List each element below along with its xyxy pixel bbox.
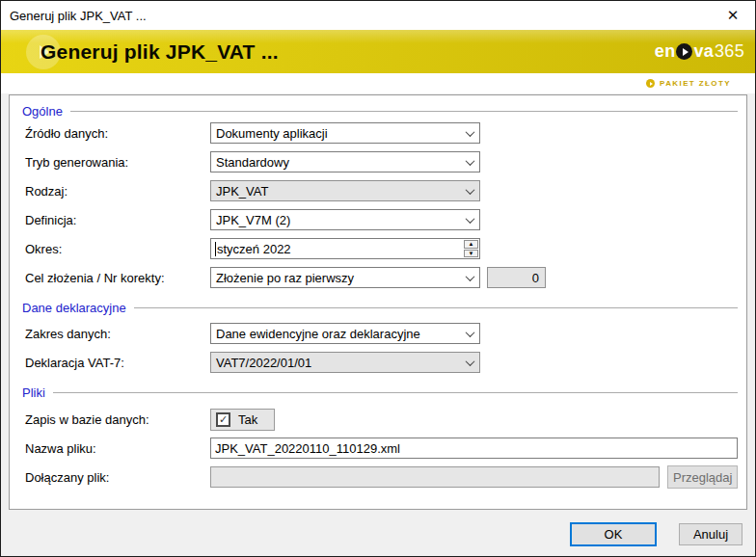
cancel-button[interactable]: Anuluj: [679, 523, 742, 545]
definicja-select[interactable]: JPK_V7M (2): [210, 209, 480, 230]
field-row-rodzaj: Rodzaj: JPK_VAT: [16, 176, 738, 205]
field-label: Nazwa pliku:: [25, 441, 210, 456]
field-row-zrodlo: Źródło danych: Dokumenty aplikacji: [16, 119, 738, 147]
field-label: Rodzaj:: [25, 184, 210, 199]
license-strip: PAKIET ZŁOTY: [1, 73, 755, 93]
chevron-down-icon: [461, 159, 479, 166]
close-icon: ✕: [727, 7, 740, 24]
field-label: Definicja:: [25, 213, 210, 227]
section-dane-deklaracyjne: Dane deklaracyjne: [16, 300, 738, 315]
field-row-deklaracja: Deklaracja VAT-7: VAT7/2022/01/01: [16, 348, 738, 377]
select-value: Dokumenty aplikacji: [216, 126, 328, 141]
select-value: Standardowy: [216, 155, 289, 170]
field-row-tryb: Tryb generowania: Standardowy: [16, 147, 738, 176]
close-button[interactable]: ✕: [711, 1, 755, 30]
check-glyph: ✓: [219, 414, 228, 425]
chevron-down-icon: [461, 331, 479, 337]
section-divider: [53, 392, 738, 393]
select-value: JPK_V7M (2): [216, 213, 290, 227]
select-value: JPK_VAT: [216, 184, 268, 199]
window-title: Generuj plik JPK_VAT ...: [10, 9, 147, 23]
field-label: Tryb generowania:: [25, 155, 210, 170]
field-row-dolaczany: Dołączany plik: Przeglądaj: [16, 463, 738, 491]
chevron-down-icon: [461, 275, 479, 281]
license-badge: PAKIET ZŁOTY: [646, 79, 731, 88]
nazwa-pliku-input[interactable]: [210, 438, 738, 459]
zakres-danych-select[interactable]: Dane ewidencyjne oraz deklaracyjne: [210, 323, 480, 344]
section-ogolne: Ogólne: [16, 103, 738, 119]
banner-title: Generuj plik JPK_VAT ...: [40, 40, 279, 64]
section-title: Pliki: [16, 385, 53, 400]
section-title: Dane deklaracyjne: [16, 301, 134, 315]
footer: OK Anuluj: [1, 510, 755, 556]
field-label: Cel złożenia / Nr korekty:: [25, 271, 210, 285]
field-row-cel: Cel złożenia / Nr korekty: Złożenie po r…: [16, 263, 738, 292]
play-icon: [676, 43, 692, 60]
titlebar: Generuj plik JPK_VAT ... ✕: [1, 1, 755, 30]
spinner-down-button[interactable]: ▼: [464, 250, 478, 258]
chevron-down-icon: [461, 359, 479, 366]
enova365-logo: en va 365: [655, 41, 744, 62]
przegladaj-button: Przeglądaj: [667, 465, 738, 489]
select-value: Dane ewidencyjne oraz deklaracyjne: [216, 327, 420, 341]
section-divider: [134, 307, 738, 308]
field-label: Zapis w bazie danych:: [25, 412, 210, 427]
dolaczany-plik-input: [210, 466, 660, 488]
chevron-down-icon: [461, 188, 479, 195]
chevron-down-icon: [461, 130, 479, 137]
field-label: Dołączany plik:: [25, 470, 210, 485]
field-label: Deklaracja VAT-7:: [25, 356, 210, 370]
logo-365: 365: [715, 41, 744, 62]
cancel-label: Anuluj: [693, 527, 728, 542]
field-row-nazwa: Nazwa pliku:: [16, 434, 738, 463]
ok-button[interactable]: OK: [570, 522, 657, 546]
field-row-zakres: Zakres danych: Dane ewidencyjne oraz dek…: [16, 319, 738, 348]
dialog-window: Generuj plik JPK_VAT ... ✕ Generuj plik …: [0, 0, 756, 557]
deklaracja-vat7-select: VAT7/2022/01/01: [210, 352, 480, 373]
select-value: VAT7/2022/01/01: [216, 356, 311, 370]
field-label: Zakres danych:: [25, 327, 210, 341]
logo-text: en: [655, 41, 676, 62]
checkbox-label: Tak: [238, 412, 257, 427]
section-title: Ogólne: [16, 104, 70, 119]
checkbox-checked-icon[interactable]: ✓: [216, 412, 230, 427]
logo-text: va: [693, 41, 714, 62]
cel-zlozenia-select[interactable]: Złożenie po raz pierwszy: [210, 267, 480, 288]
field-label: Źródło danych:: [25, 126, 210, 141]
zapis-checkbox-group[interactable]: ✓ Tak: [210, 409, 275, 431]
spinner: ▲ ▼: [463, 239, 479, 258]
nr-korekty-field: 0: [487, 267, 546, 288]
przegladaj-label: Przeglądaj: [673, 470, 732, 485]
section-pliki: Pliki: [16, 385, 738, 400]
zrodlo-danych-select[interactable]: Dokumenty aplikacji: [210, 122, 480, 144]
field-row-zapis: Zapis w bazie danych: ✓ Tak: [16, 405, 738, 434]
form-panel: Ogólne Źródło danych: Dokumenty aplikacj…: [9, 94, 747, 510]
play-badge-icon: [646, 79, 655, 88]
section-divider: [70, 111, 738, 112]
license-badge-label: PAKIET ZŁOTY: [660, 79, 731, 88]
ok-label: OK: [605, 527, 623, 542]
okres-input[interactable]: styczeń 2022 ▲ ▼: [210, 238, 480, 259]
rodzaj-select: JPK_VAT: [210, 180, 480, 201]
nr-korekty-value: 0: [532, 271, 539, 285]
okres-value: styczeń 2022: [217, 242, 291, 256]
tryb-generowania-select[interactable]: Standardowy: [210, 151, 480, 172]
select-value: Złożenie po raz pierwszy: [216, 271, 354, 285]
text-caret: [215, 242, 216, 256]
field-label: Okres:: [25, 242, 210, 256]
spinner-up-button[interactable]: ▲: [464, 240, 478, 249]
chevron-down-icon: [461, 217, 479, 224]
banner: Generuj plik JPK_VAT ... en va 365: [1, 30, 755, 73]
field-row-definicja: Definicja: JPK_V7M (2): [16, 205, 738, 234]
field-row-okres: Okres: styczeń 2022 ▲ ▼: [16, 234, 738, 263]
